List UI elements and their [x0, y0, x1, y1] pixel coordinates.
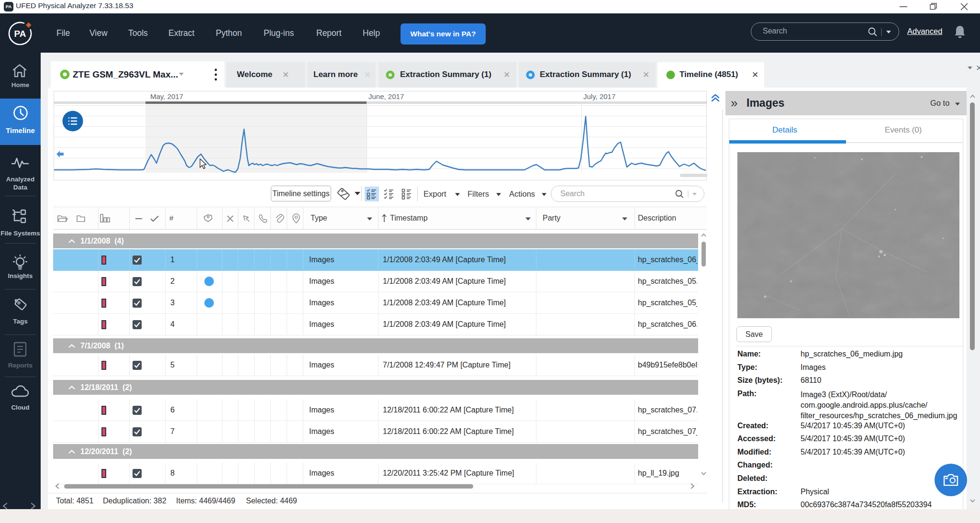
svg-text:PA: PA	[14, 29, 26, 39]
